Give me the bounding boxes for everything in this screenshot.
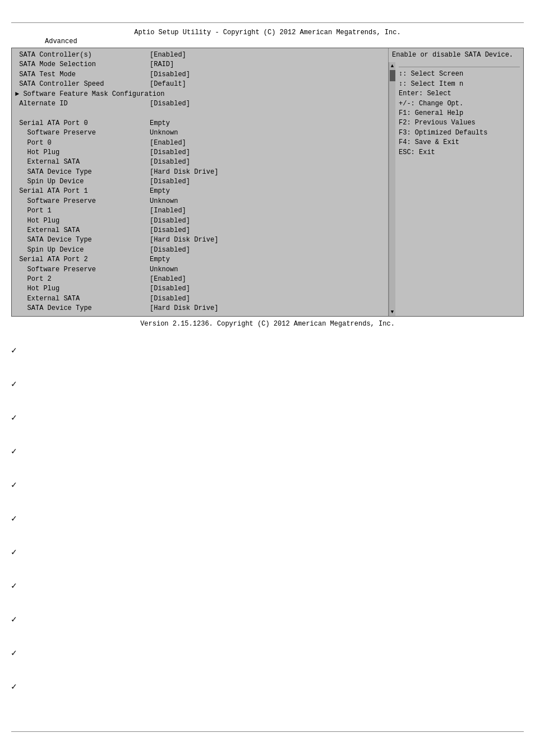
row-label: Hot Plug: [15, 148, 150, 157]
bottom-divider: [11, 731, 524, 732]
row-value: [Enabled]: [150, 50, 385, 60]
scrollbar[interactable]: ▲ ▼: [389, 62, 395, 316]
checklist-area: ✓ ✓ ✓ ✓ ✓ ✓ ✓ ✓ ✓ ✓ ✓: [0, 339, 535, 720]
row-label: Serial ATA Port 2: [15, 255, 150, 265]
list-item: ✓: [11, 580, 524, 591]
row-value: [Disabled]: [150, 99, 385, 109]
checkmark-icon: ✓: [11, 345, 17, 356]
table-row[interactable]: Serial ATA Port 2 Empty: [15, 255, 385, 265]
row-value: Unknown: [150, 128, 385, 138]
scroll-down-arrow[interactable]: ▼: [391, 309, 394, 315]
table-row[interactable]: Hot Plug [Disabled]: [15, 148, 385, 157]
list-item: ✓: [11, 446, 524, 457]
table-row[interactable]: Port 2 [Enabled]: [15, 275, 385, 284]
help-area: Enable or disable SATA Device.: [389, 48, 523, 62]
row-label: Port 0: [15, 138, 150, 148]
table-row[interactable]: Serial ATA Port 0 Empty: [15, 119, 385, 128]
row-label: Port 1: [15, 206, 150, 216]
table-row[interactable]: Port 1 [Inabled]: [15, 206, 385, 216]
row-value: [Disabled]: [150, 245, 385, 255]
help-text: Enable or disable SATA Device.: [392, 50, 520, 60]
list-item: ✓: [11, 378, 524, 389]
table-row[interactable]: SATA Mode Selection [RAID]: [15, 60, 385, 69]
row-value: Unknown: [150, 265, 385, 275]
row-value: [Default]: [150, 80, 385, 89]
checkmark-icon: ✓: [11, 614, 17, 625]
keyboard-hint-4: +/-: Change Opt.: [399, 99, 520, 109]
keyboard-hint-5: F1: General Help: [399, 109, 520, 118]
table-row[interactable]: Alternate ID [Disabled]: [15, 99, 385, 109]
checkmark-icon: ✓: [11, 378, 17, 389]
list-item: ✓: [11, 513, 524, 524]
row-label: External SATA: [15, 226, 150, 235]
list-item: ✓: [11, 647, 524, 658]
row-label: SATA Controller(s): [15, 50, 150, 60]
checkmark-icon: ✓: [11, 513, 17, 524]
spacer-row: [15, 109, 385, 118]
scroll-up-arrow[interactable]: ▲: [391, 63, 394, 69]
row-label: SATA Device Type: [15, 235, 150, 245]
bios-container: SATA Controller(s) [Enabled] SATA Mode S…: [11, 48, 524, 317]
keyboard-hint-6: F2: Previous Values: [399, 118, 520, 128]
table-row[interactable]: SATA Test Mode [Disabled]: [15, 70, 385, 80]
table-row[interactable]: SATA Device Type [Hard Disk Drive]: [15, 168, 385, 177]
keyboard-hint-3: Enter: Select: [399, 89, 520, 99]
checkmark-icon: ✓: [11, 647, 17, 658]
scroll-thumb[interactable]: [390, 70, 395, 81]
row-value: [Enabled]: [150, 275, 385, 284]
table-row[interactable]: Software Preserve Unknown: [15, 265, 385, 275]
table-row[interactable]: SATA Device Type [Hard Disk Drive]: [15, 235, 385, 245]
row-label: ► Software Feature Mask Configuration: [15, 90, 167, 99]
table-row[interactable]: Software Preserve Unknown: [15, 128, 385, 138]
bios-wrapper: Aptio Setup Utility - Copyright (C) 2012…: [0, 23, 535, 333]
row-label: SATA Test Mode: [15, 70, 150, 80]
table-row[interactable]: SATA Device Type [Hard Disk Drive]: [15, 304, 385, 313]
row-value: [167, 90, 385, 99]
table-row[interactable]: Hot Plug [Disabled]: [15, 216, 385, 226]
table-row[interactable]: Hot Plug [Disabled]: [15, 284, 385, 294]
keyboard-hint-2: ↕: Select Item n: [399, 80, 520, 89]
row-value: [Disabled]: [150, 148, 385, 157]
row-label: Hot Plug: [15, 216, 150, 226]
row-label: SATA Mode Selection: [15, 60, 150, 69]
table-row[interactable]: SATA Controller(s) [Enabled]: [15, 50, 385, 60]
row-label: Software Preserve: [15, 265, 150, 275]
list-item: ✓: [11, 614, 524, 625]
row-label: Software Preserve: [15, 197, 150, 206]
row-value: [Inabled]: [150, 206, 385, 216]
table-row[interactable]: External SATA [Disabled]: [15, 294, 385, 304]
keyboard-help-area: ↕: Select Screen ↕: Select Item n Enter:…: [395, 62, 523, 316]
table-row[interactable]: Software Preserve Unknown: [15, 197, 385, 206]
table-row[interactable]: Serial ATA Port 1 Empty: [15, 187, 385, 196]
section-label: Advanced: [45, 38, 524, 45]
table-row[interactable]: External SATA [Disabled]: [15, 226, 385, 235]
keyboard-hint-1: ↕: Select Screen: [399, 69, 520, 79]
row-value: Empty: [150, 187, 385, 196]
row-label: Alternate ID: [15, 99, 150, 109]
checkmark-icon: ✓: [11, 479, 17, 490]
row-label: External SATA: [15, 157, 150, 167]
row-label: Hot Plug: [15, 284, 150, 294]
checkmark-icon: ✓: [11, 412, 17, 423]
table-row[interactable]: Spin Up Device [Disabled]: [15, 177, 385, 187]
list-item: ✓: [11, 345, 524, 356]
row-label: Software Preserve: [15, 128, 150, 138]
row-value: [Enabled]: [150, 138, 385, 148]
list-item: ✓: [11, 546, 524, 558]
bios-main-panel: SATA Controller(s) [Enabled] SATA Mode S…: [12, 48, 389, 316]
row-value: [Hard Disk Drive]: [150, 235, 385, 245]
row-value: [Disabled]: [150, 216, 385, 226]
row-value: [Disabled]: [150, 284, 385, 294]
version-text: Version 2.15.1236. Copyright (C) 2012 Am…: [11, 320, 524, 328]
table-row[interactable]: Port 0 [Enabled]: [15, 138, 385, 148]
row-label: Spin Up Device: [15, 177, 150, 187]
table-row[interactable]: ► Software Feature Mask Configuration: [15, 90, 385, 99]
table-row[interactable]: SATA Controller Speed [Default]: [15, 80, 385, 89]
checkmark-icon: ✓: [11, 681, 17, 692]
row-value: [RAID]: [150, 60, 385, 69]
table-row[interactable]: Spin Up Device [Disabled]: [15, 245, 385, 255]
row-label: SATA Device Type: [15, 168, 150, 177]
keyboard-hint-7: F3: Optimized Defaults: [399, 128, 520, 138]
row-value: [Hard Disk Drive]: [150, 304, 385, 313]
table-row[interactable]: External SATA [Disabled]: [15, 157, 385, 167]
